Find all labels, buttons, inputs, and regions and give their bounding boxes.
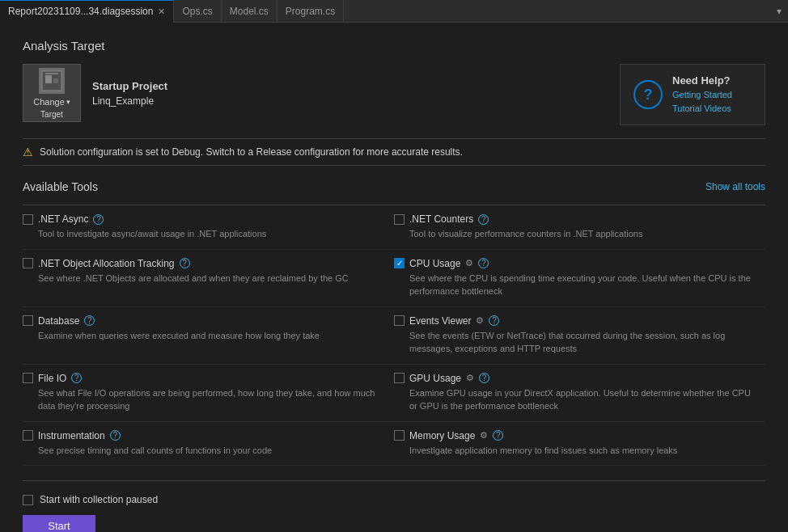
tool-item-gpu-usage: GPU Usage⚙?Examine GPU usage in your Dir…: [394, 365, 765, 422]
startup-project-info: Startup Project Linq_Example: [92, 80, 167, 107]
change-target-label: Change ▾: [33, 97, 70, 107]
available-tools-header: Available Tools Show all tools: [23, 180, 765, 193]
tool-desc-dotnet-async: Tool to investigate async/await usage in…: [38, 227, 378, 241]
tool-name-dotnet-object: .NET Object Allocation Tracking: [38, 258, 175, 269]
project-icon: [39, 68, 65, 94]
tool-desc-events-viewer: See the events (ETW or NetTrace) that oc…: [409, 329, 759, 356]
tool-name-gpu-usage: GPU Usage: [409, 373, 461, 384]
tool-gear-cpu-usage[interactable]: ⚙: [465, 258, 473, 268]
tool-info-cpu-usage[interactable]: ?: [478, 258, 489, 268]
tool-gear-gpu-usage[interactable]: ⚙: [466, 373, 474, 383]
change-target-button[interactable]: Change ▾ Target: [23, 64, 81, 122]
available-tools-title: Available Tools: [23, 180, 98, 193]
svg-rect-1: [45, 75, 52, 83]
tool-desc-dotnet-counters: Tool to visualize performance counters i…: [409, 227, 759, 241]
tool-info-memory-usage[interactable]: ?: [493, 430, 503, 441]
tool-info-dotnet-counters[interactable]: ?: [478, 214, 489, 225]
tool-checkbox-gpu-usage[interactable]: [394, 373, 405, 383]
tool-item-dotnet-object: .NET Object Allocation Tracking?See wher…: [23, 250, 394, 307]
tool-header-gpu-usage: GPU Usage⚙?: [394, 373, 759, 384]
tool-desc-database: Examine when queries were executed and m…: [38, 329, 378, 343]
tab-diag-label: Report20231109...34.diagsession: [8, 6, 153, 17]
tool-checkbox-cpu-usage[interactable]: [394, 258, 405, 268]
tools-grid: .NET Async?Tool to investigate async/awa…: [23, 205, 765, 466]
tool-header-dotnet-counters: .NET Counters?: [394, 213, 759, 225]
tab-diag[interactable]: Report20231109...34.diagsession ✕: [0, 0, 174, 23]
tool-item-memory-usage: Memory Usage⚙?Investigate application me…: [394, 422, 765, 467]
tab-ops-label: Ops.cs: [182, 6, 212, 17]
tool-desc-cpu-usage: See where the CPU is spending time execu…: [409, 272, 759, 298]
tool-desc-gpu-usage: Examine GPU usage in your DirectX applic…: [409, 386, 759, 413]
project-icon-svg: [40, 70, 63, 92]
tool-checkbox-events-viewer[interactable]: [394, 315, 405, 326]
getting-started-link[interactable]: Getting Started: [672, 88, 732, 102]
tool-name-memory-usage: Memory Usage: [409, 430, 475, 441]
analysis-target-title: Analysis Target: [23, 39, 765, 53]
tool-gear-events-viewer[interactable]: ⚙: [476, 315, 484, 326]
tool-info-database[interactable]: ?: [84, 315, 95, 326]
help-title: Need Help?: [672, 74, 732, 87]
tab-program-label: Program.cs: [286, 6, 335, 17]
tab-ops[interactable]: Ops.cs: [174, 0, 221, 23]
tool-desc-memory-usage: Investigate application memory to find i…: [409, 444, 759, 458]
startup-project-heading: Startup Project: [92, 80, 167, 92]
startup-project-name: Linq_Example: [92, 95, 167, 107]
need-help-box: ? Need Help? Getting Started Tutorial Vi…: [620, 64, 765, 125]
tool-checkbox-dotnet-object[interactable]: [23, 258, 33, 268]
tab-model-label: Model.cs: [230, 6, 269, 17]
start-button[interactable]: Start: [23, 515, 95, 532]
tool-checkbox-dotnet-counters[interactable]: [394, 214, 405, 225]
tool-item-instrumentation: Instrumentation?See precise timing and c…: [23, 422, 394, 467]
tool-info-events-viewer[interactable]: ?: [489, 315, 499, 326]
tab-dropdown-arrow[interactable]: ▾: [770, 6, 788, 17]
tab-bar: Report20231109...34.diagsession ✕ Ops.cs…: [0, 0, 788, 23]
warning-icon: ⚠: [23, 146, 33, 158]
collection-paused-row: Start with collection paused: [23, 494, 765, 505]
tutorial-videos-link[interactable]: Tutorial Videos: [672, 102, 732, 116]
tool-gear-memory-usage[interactable]: ⚙: [480, 430, 488, 441]
tool-info-gpu-usage[interactable]: ?: [479, 373, 489, 383]
tool-header-dotnet-object: .NET Object Allocation Tracking?: [23, 258, 378, 269]
warning-text: Solution configuration is set to Debug. …: [40, 146, 463, 158]
tool-name-dotnet-async: .NET Async: [38, 213, 88, 225]
show-all-tools-link[interactable]: Show all tools: [705, 181, 765, 192]
analysis-target-row: Change ▾ Target Startup Project Linq_Exa…: [23, 64, 765, 125]
tool-checkbox-instrumentation[interactable]: [23, 430, 33, 441]
tool-header-cpu-usage: CPU Usage⚙?: [394, 258, 759, 269]
tool-name-cpu-usage: CPU Usage: [409, 258, 460, 269]
tool-checkbox-dotnet-async[interactable]: [23, 214, 33, 225]
tool-name-instrumentation: Instrumentation: [38, 430, 105, 441]
startup-project-block: Change ▾ Target Startup Project Linq_Exa…: [23, 64, 167, 122]
tool-desc-dotnet-object: See where .NET Objects are allocated and…: [38, 272, 378, 285]
svg-rect-2: [53, 78, 58, 83]
bottom-section: Start with collection paused Start: [23, 494, 765, 532]
tool-name-dotnet-counters: .NET Counters: [409, 213, 473, 225]
tool-info-instrumentation[interactable]: ?: [110, 430, 121, 441]
tool-item-events-viewer: Events Viewer⚙?See the events (ETW or Ne…: [394, 307, 765, 365]
tool-header-events-viewer: Events Viewer⚙?: [394, 315, 759, 327]
tool-name-events-viewer: Events Viewer: [409, 315, 471, 327]
tool-info-dotnet-object[interactable]: ?: [180, 258, 190, 268]
tool-item-dotnet-async: .NET Async?Tool to investigate async/awa…: [23, 205, 394, 250]
tool-item-database: Database?Examine when queries were execu…: [23, 307, 394, 365]
help-text: Need Help? Getting Started Tutorial Vide…: [672, 74, 732, 115]
target-sublabel: Target: [40, 110, 63, 119]
tool-checkbox-memory-usage[interactable]: [394, 430, 405, 441]
tool-header-dotnet-async: .NET Async?: [23, 213, 378, 225]
tab-diag-close[interactable]: ✕: [158, 6, 165, 17]
collection-paused-checkbox[interactable]: [23, 495, 33, 505]
tool-desc-instrumentation: See precise timing and call counts of fu…: [38, 444, 378, 458]
help-icon: ?: [633, 80, 663, 109]
tool-info-file-io[interactable]: ?: [71, 373, 82, 383]
section-divider: [23, 480, 765, 481]
tab-model[interactable]: Model.cs: [222, 0, 277, 23]
tool-name-file-io: File IO: [38, 373, 66, 384]
tool-item-cpu-usage: CPU Usage⚙?See where the CPU is spending…: [394, 250, 765, 307]
tool-checkbox-file-io[interactable]: [23, 373, 33, 383]
tool-info-dotnet-async[interactable]: ?: [93, 214, 104, 225]
tool-header-memory-usage: Memory Usage⚙?: [394, 430, 759, 441]
tab-program[interactable]: Program.cs: [277, 0, 344, 23]
tool-name-database: Database: [38, 315, 79, 327]
collection-paused-label: Start with collection paused: [40, 494, 158, 505]
tool-checkbox-database[interactable]: [23, 315, 33, 326]
